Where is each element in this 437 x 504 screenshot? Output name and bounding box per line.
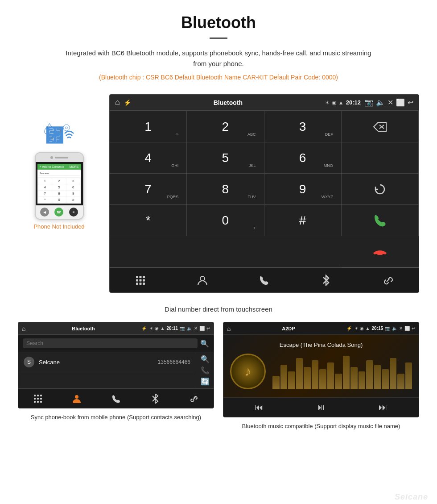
dialpad-key-star[interactable]: * (110, 205, 187, 236)
dialpad-delete-button[interactable] (342, 111, 419, 142)
pb-nav-bt[interactable] (136, 389, 175, 408)
phone-key-2: 2 (52, 178, 66, 184)
music-cam-icon: 📷 (385, 326, 390, 331)
svg-rect-16 (40, 395, 42, 396)
phone-menu-button[interactable]: ≡ (69, 208, 78, 217)
phone-key-7: 7 (38, 191, 52, 196)
pb-link-icon (189, 394, 199, 404)
eq-bar (366, 360, 373, 389)
music-play-pause-button[interactable]: ⏯ (317, 402, 326, 412)
dialpad-end-call-button[interactable] (342, 236, 419, 267)
pb-content-area: S Seicane 13566664466 🔍 📞 🔄 (18, 352, 214, 388)
eq-bar (312, 360, 319, 389)
svg-rect-6 (143, 276, 145, 278)
eq-bar (343, 356, 350, 389)
contacts-icon (197, 275, 208, 286)
car-screen-title: Bluetooth (135, 99, 322, 106)
car-location-icon: ◉ (332, 100, 336, 106)
music-caption: Bluetooth music compatible (Support disp… (242, 422, 400, 431)
dialpad-key-hash[interactable]: # (264, 205, 342, 236)
pb-status-icons: ✶ ◉ ▲ 20:11 📷 🔈 ✕ ⬜ ↩ (149, 326, 210, 331)
svg-rect-9 (143, 279, 145, 281)
music-back-icon[interactable]: ↩ (412, 326, 415, 331)
phone-call-button[interactable]: ☎ (54, 208, 63, 217)
dialpad-refresh-button[interactable] (342, 174, 419, 205)
dialpad-num-6: 6 (299, 152, 306, 164)
music-screen-wrap: ⌂ A2DP ⚡ ✶ ◉ ▲ 20:15 📷 🔈 ✕ ⬜ ↩ Escape (T… (223, 322, 419, 431)
pb-contact-name: Seicane (39, 359, 153, 366)
dialpad-num-5: 5 (222, 152, 229, 164)
dialpad-key-9[interactable]: 9 WXYZ (264, 174, 342, 205)
eq-bar (335, 374, 342, 389)
dialpad-sub-0: + (253, 226, 256, 230)
dialpad-call-button[interactable] (342, 205, 419, 236)
nav-dialpad-button[interactable] (110, 268, 172, 292)
nav-link-button[interactable] (357, 268, 419, 292)
dialpad-grid: 1 ∞ 2 ABC 3 DEF 4 GHI (110, 111, 419, 236)
phone-contact-name: Seicane (40, 172, 49, 175)
car-close-icon[interactable]: ✕ (388, 98, 393, 107)
bluetooth-info: (Bluetooth chip : CSR BC6 Default Blueto… (9, 74, 428, 81)
car-back-icon[interactable]: ↩ (408, 98, 413, 107)
pb-search-side-icon[interactable]: 🔍 (201, 355, 210, 363)
dialpad-sub-9: WXYZ (322, 195, 333, 199)
pb-refresh-side-icon[interactable]: 🔄 (201, 377, 210, 386)
car-home-icon[interactable]: ⌂ (115, 98, 120, 107)
music-skip-forward-button[interactable]: ⏭ (379, 402, 388, 412)
car-status-bar: ⌂ ⚡ Bluetooth ✶ ◉ ▲ 20:12 📷 🔈 ✕ ⬜ ↩ (110, 95, 419, 111)
phone-key-5: 5 (52, 184, 66, 190)
music-status-bar: ⌂ A2DP ⚡ ✶ ◉ ▲ 20:15 📷 🔈 ✕ ⬜ ↩ (223, 322, 419, 335)
dialpad-key-5[interactable]: 5 JKL (187, 142, 264, 174)
music-skip-back-button[interactable]: ⏮ (255, 402, 264, 412)
dialpad-num-8: 8 (222, 183, 229, 196)
nav-contacts-button[interactable] (172, 268, 234, 292)
dialpad-key-1[interactable]: 1 ∞ (110, 111, 187, 142)
music-song-title: Escape (The Pina Colada Song) (280, 342, 363, 348)
music-loc-icon: ◉ (360, 326, 364, 331)
dialpad-num-star: * (146, 214, 151, 227)
phone-screen: + Add to Contacts MORE Seicane 1 2 3 4 5… (36, 162, 83, 205)
bottom-screens: ⌂ Bluetooth ⚡ ✶ ◉ ▲ 20:11 📷 🔈 ✕ ⬜ ↩ (0, 322, 437, 431)
pb-nav-person[interactable] (58, 389, 97, 408)
pb-home-icon[interactable]: ⌂ (22, 325, 25, 332)
dialpad-key-6[interactable]: 6 MNO (264, 142, 342, 174)
svg-rect-20 (34, 401, 36, 403)
dialpad-key-7[interactable]: 7 PQRS (110, 174, 187, 205)
pb-contacts-list: S Seicane 13566664466 (18, 352, 196, 388)
music-album-art: ♪ (230, 354, 266, 389)
car-signal-icon: ▲ (338, 100, 344, 106)
pb-phone-side-icon[interactable]: 📞 (201, 366, 210, 375)
music-home-icon[interactable]: ⌂ (227, 325, 231, 332)
phone-back-button[interactable]: ◀ (40, 208, 49, 217)
music-screen-title: A2DP (233, 326, 343, 331)
eq-bar (288, 371, 295, 389)
pb-search-input[interactable] (23, 338, 198, 348)
pb-close-icon[interactable]: ✕ (194, 326, 198, 331)
dialpad-key-3[interactable]: 3 DEF (264, 111, 342, 142)
music-usb-icon: ⚡ (346, 326, 352, 331)
pb-nav-dialpad[interactable] (18, 389, 58, 408)
dialpad-key-8[interactable]: 8 TUV (187, 174, 264, 205)
pb-nav-link[interactable] (174, 389, 214, 408)
car-main-screen: ⌂ ⚡ Bluetooth ✶ ◉ ▲ 20:12 📷 🔈 ✕ ⬜ ↩ 1 ∞ (109, 94, 419, 293)
search-icon[interactable]: 🔍 (200, 339, 209, 348)
dialpad-key-0[interactable]: 0 + (187, 205, 264, 236)
pb-contact-avatar: S (24, 357, 34, 367)
pb-back-icon[interactable]: ↩ (206, 326, 210, 331)
music-close-icon[interactable]: ✕ (399, 326, 403, 331)
call-icon (373, 213, 387, 228)
dialpad-key-4[interactable]: 4 GHI (110, 142, 187, 174)
nav-bluetooth-button[interactable] (295, 268, 357, 292)
dialpad-sub-5: JKL (249, 163, 256, 168)
pb-contact-row[interactable]: S Seicane 13566664466 (18, 352, 196, 372)
pb-nav-call[interactable] (96, 389, 136, 408)
dialpad-key-2[interactable]: 2 ABC (187, 111, 264, 142)
phone-icon (259, 275, 269, 286)
dialpad-sub-8: TUV (248, 195, 256, 199)
svg-rect-5 (140, 276, 142, 278)
dialpad-num-7: 7 (144, 183, 152, 196)
car-volume-icon: 🔈 (376, 98, 385, 107)
pb-search-row: 🔍 (18, 335, 214, 352)
link-icon (382, 275, 394, 286)
nav-phone-button[interactable] (233, 268, 295, 292)
